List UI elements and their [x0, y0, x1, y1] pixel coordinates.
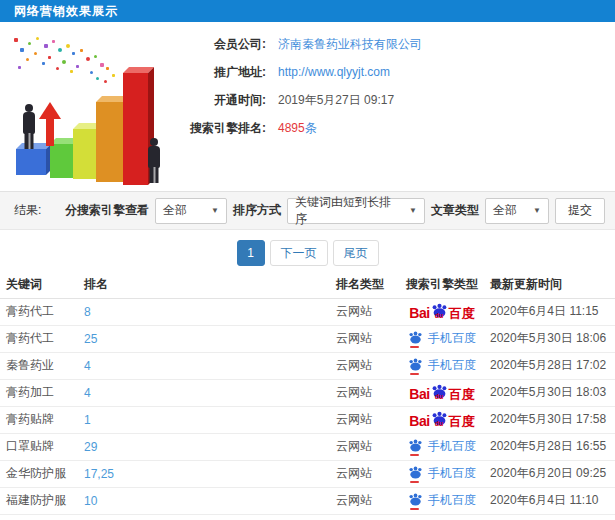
updated-time-cell: 2020年5月28日 16:55	[486, 433, 615, 460]
updated-time-cell	[486, 514, 615, 520]
confetti-dot	[62, 60, 66, 64]
header-rank-type: 排名类型	[336, 272, 398, 298]
rank-cell: 29	[80, 433, 336, 460]
rank-cell: 10	[80, 487, 336, 514]
rank-type-cell: 云网站	[336, 487, 398, 514]
engine-type-cell[interactable]: 手机百度	[398, 460, 486, 487]
rank-type-cell: 云网站	[336, 460, 398, 487]
header-engine-type: 搜索引擎类型	[398, 272, 486, 298]
rank-count-unit: 条	[305, 121, 317, 135]
baidu-pc-logo: Baidu百度	[409, 411, 474, 428]
member-company-link[interactable]: 济南秦鲁药业科技有限公司	[278, 36, 422, 53]
header-rank: 排名	[80, 272, 336, 298]
rank-type-cell: 云网站	[336, 352, 398, 379]
rank-link[interactable]: 25	[84, 332, 97, 346]
baidu-mobile-logo: 手机百度	[408, 358, 476, 373]
rank-link[interactable]: 29	[84, 440, 97, 454]
header-keyword: 关键词	[0, 272, 80, 298]
rank-cell	[80, 514, 336, 520]
engine-type-cell[interactable]: 手机百度	[398, 433, 486, 460]
filter-controls: 分搜索引擎查看 全部 ▼ 排序方式 关键词由短到长排序 ▼ 文章类型 全部 ▼ …	[65, 198, 605, 224]
article-type-select[interactable]: 全部 ▼	[485, 198, 549, 224]
results-table: 关键词 排名 排名类型 搜索引擎类型 最新更新时间 膏药代工 8 云网站 Bai…	[0, 272, 615, 520]
page-title: 网络营销效果展示	[14, 3, 118, 20]
rank-type-cell: 云网站	[336, 406, 398, 433]
table-row: 膏药加工 4 云网站 Baidu百度 2020年5月30日 18:03	[0, 379, 615, 406]
member-company-label: 会员公司:	[170, 36, 266, 53]
promo-url-row: 推广地址: http://www.qlyyjt.com	[170, 58, 590, 86]
growth-chart-illustration	[6, 36, 171, 186]
engine-view-select[interactable]: 全部 ▼	[155, 198, 227, 224]
confetti-dot	[104, 80, 107, 83]
engine-type-cell[interactable]: Baidu百度	[398, 406, 486, 433]
businessman-figure-left	[22, 104, 36, 149]
last-page-button[interactable]: 尾页	[333, 240, 379, 266]
rank-link[interactable]: 17,25	[84, 467, 114, 481]
engine-type-cell[interactable]: 手机百度	[398, 514, 486, 520]
baidu-pc-logo: Baidu百度	[409, 303, 474, 320]
engine-type-cell[interactable]: 手机百度	[398, 325, 486, 352]
rank-link[interactable]: 1	[84, 413, 91, 427]
member-info-panel: 会员公司: 济南秦鲁药业科技有限公司 推广地址: http://www.qlyy…	[170, 30, 590, 142]
keyword-cell: 金华防护服	[0, 460, 80, 487]
promo-url-label: 推广地址:	[170, 64, 266, 81]
rank-link[interactable]: 10	[84, 494, 97, 508]
up-arrow-icon	[39, 102, 61, 146]
baidu-paw-icon	[408, 439, 423, 452]
rank-cell: 17,25	[80, 460, 336, 487]
engine-type-cell[interactable]: 手机百度	[398, 352, 486, 379]
sort-select[interactable]: 关键词由短到长排序 ▼	[287, 198, 425, 224]
rank-link[interactable]: 4	[84, 386, 91, 400]
page-1-button[interactable]: 1	[237, 240, 265, 266]
rank-link[interactable]: 8	[84, 305, 91, 319]
baidu-paw-icon	[408, 466, 423, 479]
header-updated: 最新更新时间	[486, 272, 615, 298]
bar-blue	[16, 149, 46, 175]
table-row: 膏药代工 25 云网站 手机百度 2020年5月30日 18:06	[0, 325, 615, 352]
confetti-dot	[52, 40, 55, 43]
rank-cell: 1	[80, 406, 336, 433]
promo-url-link[interactable]: http://www.qlyyjt.com	[278, 65, 390, 79]
confetti-dot	[20, 48, 24, 52]
engine-rank-label: 搜索引擎排名:	[170, 120, 266, 137]
engine-type-cell[interactable]: 手机百度	[398, 487, 486, 514]
confetti-dot	[66, 44, 70, 48]
pagination: 1 下一页 尾页	[0, 240, 615, 266]
rank-count: 4895	[278, 121, 305, 135]
confetti-dot	[76, 65, 79, 68]
confetti-dot	[44, 44, 48, 48]
bar-green	[50, 144, 75, 178]
rank-link[interactable]: 4	[84, 359, 91, 373]
engine-rank-value: 4895条	[278, 120, 317, 137]
baidu-paw-icon	[408, 331, 423, 344]
marketing-report-page: 网络营销效果展示 会员公司: 济南秦鲁药业科技有限公司 推广地址: http:/…	[0, 0, 615, 520]
rank-type-cell: 云网站	[336, 325, 398, 352]
engine-view-label: 分搜索引擎查看	[65, 202, 149, 219]
baidu-paw-icon	[408, 493, 423, 506]
article-type-label: 文章类型	[431, 202, 479, 219]
confetti-dot	[26, 58, 29, 61]
baidu-mobile-logo: 手机百度	[408, 493, 476, 508]
engine-type-cell[interactable]: Baidu百度	[398, 298, 486, 325]
table-row: 秦鲁药业 4 云网站 手机百度 2020年5月28日 17:02	[0, 352, 615, 379]
open-time-row: 开通时间: 2019年5月27日 09:17	[170, 86, 590, 114]
top-title-bar: 网络营销效果展示	[0, 0, 615, 22]
updated-time-cell: 2020年6月20日 09:25	[486, 460, 615, 487]
submit-button[interactable]: 提交	[555, 198, 605, 224]
keyword-cell: 秦鲁药业	[0, 352, 80, 379]
baidu-mobile-logo: 手机百度	[408, 331, 476, 346]
confetti-dot	[14, 38, 18, 42]
updated-time-cell: 2020年5月28日 17:02	[486, 352, 615, 379]
confetti-dot	[36, 37, 39, 40]
rank-cell: 8	[80, 298, 336, 325]
confetti-dot	[94, 55, 97, 58]
chevron-down-icon: ▼	[409, 206, 417, 215]
bar-red	[123, 73, 148, 185]
keyword-cell: 膏药贴牌	[0, 406, 80, 433]
chevron-down-icon: ▼	[211, 206, 219, 215]
engine-type-cell[interactable]: Baidu百度	[398, 379, 486, 406]
confetti-dot	[96, 77, 99, 80]
next-page-button[interactable]: 下一页	[270, 240, 328, 266]
table-row: 口罩贴牌 29 云网站 手机百度 2020年5月28日 16:55	[0, 433, 615, 460]
rank-type-cell: 云网站	[336, 379, 398, 406]
